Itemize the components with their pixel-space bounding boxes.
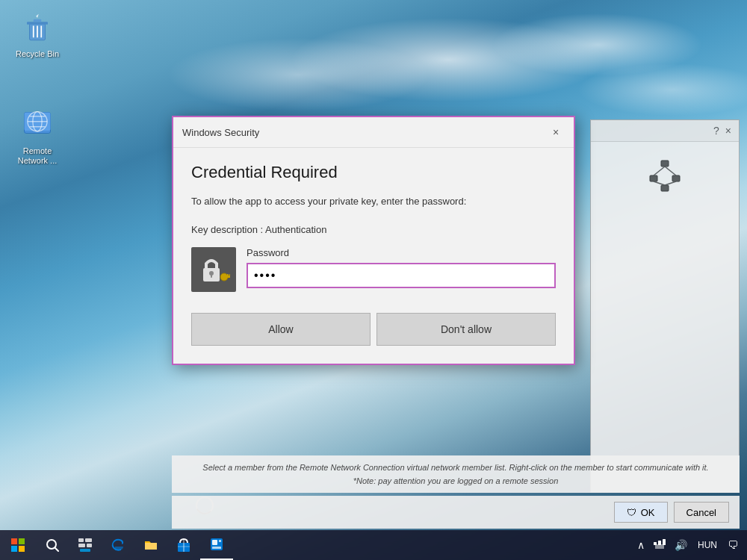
remote-network-label: Remote Network ... bbox=[10, 146, 64, 166]
bottom-info-area: Select a member from the Remote Network … bbox=[172, 455, 740, 493]
speaker-icon[interactable]: 🔊 bbox=[672, 539, 690, 551]
bottom-action-buttons: 🛡 OK Cancel bbox=[172, 496, 740, 529]
background-window: ? × bbox=[590, 119, 740, 493]
ok-button[interactable]: 🛡 OK bbox=[614, 502, 668, 523]
svg-line-35 bbox=[55, 548, 58, 551]
svg-rect-31 bbox=[19, 538, 25, 544]
active-app-button[interactable] bbox=[200, 530, 233, 560]
bg-window-titlebar: ? × bbox=[591, 120, 739, 142]
svg-rect-1 bbox=[27, 22, 48, 25]
svg-rect-15 bbox=[672, 175, 680, 181]
svg-line-20 bbox=[665, 181, 676, 185]
cancel-button[interactable]: Cancel bbox=[674, 502, 729, 523]
search-button[interactable] bbox=[36, 530, 69, 560]
dialog-buttons: Allow Don't allow bbox=[191, 307, 556, 349]
svg-rect-36 bbox=[78, 538, 84, 542]
network-tray-icon[interactable] bbox=[651, 539, 669, 552]
svg-rect-27 bbox=[211, 274, 212, 278]
svg-rect-37 bbox=[85, 538, 92, 542]
taskbar: ∧ 🔊 HUN 🗨 bbox=[0, 530, 747, 560]
shield-icon: 🛡 bbox=[627, 507, 636, 518]
svg-rect-13 bbox=[661, 161, 669, 167]
svg-rect-32 bbox=[11, 546, 17, 552]
task-view-button[interactable] bbox=[69, 530, 102, 560]
svg-rect-45 bbox=[212, 540, 217, 545]
svg-point-34 bbox=[47, 540, 56, 549]
bg-window-help[interactable]: ? bbox=[713, 125, 719, 137]
taskbar-right: ∧ 🔊 HUN 🗨 bbox=[634, 539, 747, 552]
dialog-close-button[interactable]: × bbox=[547, 123, 565, 141]
edge-button[interactable] bbox=[102, 530, 134, 560]
dialog-description: To allow the app to access your private … bbox=[191, 194, 556, 209]
svg-rect-24 bbox=[229, 274, 230, 276]
key-desc-value: : Authentication bbox=[261, 224, 327, 235]
svg-rect-33 bbox=[19, 546, 25, 552]
svg-rect-16 bbox=[661, 185, 669, 191]
svg-line-19 bbox=[654, 181, 665, 185]
svg-line-17 bbox=[654, 167, 665, 175]
password-section: Password bbox=[247, 247, 556, 288]
svg-rect-48 bbox=[654, 542, 657, 545]
recycle-bin-icon[interactable]: Recycle Bin bbox=[7, 7, 67, 62]
bottom-info-text: Select a member from the Remote Network … bbox=[187, 463, 725, 472]
remote-network-image bbox=[19, 108, 55, 143]
dialog-title-text: Windows Security bbox=[182, 127, 259, 138]
ok-label: OK bbox=[641, 507, 655, 518]
svg-rect-40 bbox=[80, 549, 90, 552]
dont-allow-button[interactable]: Don't allow bbox=[376, 313, 556, 346]
dialog-titlebar: Windows Security × bbox=[173, 117, 574, 148]
chevron-up-icon[interactable]: ∧ bbox=[634, 539, 648, 551]
svg-rect-2 bbox=[34, 19, 42, 22]
recycle-bin-label: Recycle Bin bbox=[16, 49, 59, 59]
svg-rect-30 bbox=[11, 538, 17, 544]
key-desc-label: Key description bbox=[191, 224, 258, 235]
recycle-bin-image bbox=[19, 10, 55, 46]
key-description: Key description : Authentication bbox=[191, 224, 556, 235]
svg-rect-14 bbox=[650, 175, 657, 181]
store-button[interactable] bbox=[167, 530, 200, 560]
svg-rect-25 bbox=[227, 274, 229, 276]
language-button[interactable]: HUN bbox=[693, 540, 722, 550]
dialog-body: Credential Required To allow the app to … bbox=[173, 148, 574, 364]
dialog-heading: Credential Required bbox=[191, 163, 556, 182]
network-icon-area bbox=[591, 142, 739, 209]
svg-rect-46 bbox=[219, 540, 221, 542]
allow-button[interactable]: Allow bbox=[191, 313, 371, 346]
start-button[interactable] bbox=[0, 530, 36, 560]
lock-icon bbox=[191, 247, 236, 292]
svg-rect-49 bbox=[658, 541, 661, 545]
bottom-note-text: *Note: pay attention you are logged on a… bbox=[187, 476, 725, 485]
remote-network-icon[interactable]: Remote Network ... bbox=[7, 105, 67, 169]
bg-window-close[interactable]: × bbox=[725, 125, 731, 137]
svg-rect-39 bbox=[87, 544, 92, 547]
svg-line-18 bbox=[665, 167, 676, 175]
svg-rect-38 bbox=[78, 544, 85, 547]
svg-rect-50 bbox=[663, 539, 666, 545]
notification-icon[interactable]: 🗨 bbox=[725, 539, 741, 551]
password-input[interactable] bbox=[247, 263, 556, 288]
password-label: Password bbox=[247, 247, 556, 258]
credential-area: Password bbox=[191, 247, 556, 292]
svg-rect-47 bbox=[212, 547, 221, 549]
explorer-button[interactable] bbox=[134, 530, 167, 560]
windows-security-dialog: Windows Security × Credential Required T… bbox=[172, 116, 575, 365]
